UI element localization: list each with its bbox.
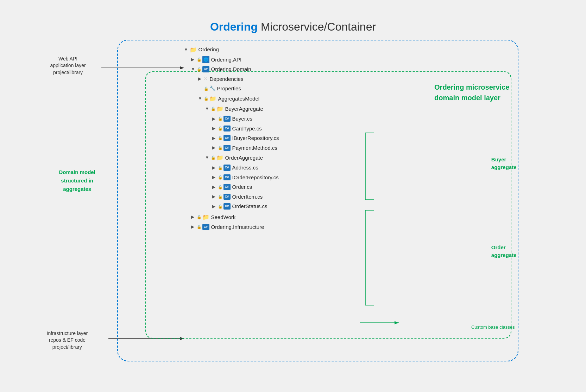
cs-icon: C# [223,135,231,141]
lock-icon: 🔒 [218,144,223,151]
tree-item-cardtype-cs: ▶ 🔒 C# CardType.cs [184,124,279,133]
cs-icon: C# [223,203,231,209]
item-label: BuyerAggregate [225,104,263,114]
expand-arrow: ▶ [212,184,216,191]
item-label: OrderAggregate [225,153,263,162]
tree-item-ordering-api: ▶ 🔒 🌐 Ordering.API [184,55,279,64]
tree-item-iorder-repo: ▶ 🔒 C# IOrderRepository.cs [184,173,279,182]
cs-icon: C# [202,224,209,230]
lock-icon: 🔒 [218,203,223,210]
cs-icon: C# [202,66,209,72]
file-tree: ▼ 📁 Ordering ▶ 🔒 🌐 Ordering.API ▼ 🔒 C# O… [184,44,279,232]
tree-item-buyer-aggregate: ▼ 🔒 📁 BuyerAggregate [184,104,279,114]
expand-arrow: ▶ [191,213,195,220]
lock-icon: 🔒 [197,66,202,73]
item-label: Ordering [199,45,219,54]
item-label: Order.cs [232,182,252,192]
tree-item-order-cs: ▶ 🔒 C# Order.cs [184,182,279,192]
item-label: Ordering.API [211,55,242,64]
diagram-container: Ordering Microservice/Container [47,20,540,372]
folder-icon: 📁 [216,104,223,114]
expand-arrow: ▶ [212,203,216,210]
tree-item-dependencies: ▶ ⁙ Dependencies [184,75,279,84]
tree-item-ordering-domain: ▼ 🔒 C# Ordering.Domain [184,65,279,74]
cs-icon: C# [223,145,231,151]
main-title: Ordering Microservice/Container [210,20,376,33]
label-ordering-domain: Ordering microservice domain model layer [434,82,509,103]
lock-icon: 🔒 [204,85,209,92]
lock-icon: 🔒 [204,95,209,102]
label-infra: Infrastructure layer repos & EF code pro… [47,330,88,351]
expand-arrow: ▼ [205,154,209,161]
tree-item-buyer-cs: ▶ 🔒 C# Buyer.cs [184,114,279,123]
lock-icon: 🔒 [218,193,223,200]
tree-item-ordering: ▼ 📁 Ordering [184,45,279,54]
lock-icon: 🔒 [218,115,223,122]
folder-icon: 📁 [216,153,223,162]
lock-icon: 🔒 [211,105,216,112]
title-bold: Ordering [210,20,258,33]
expand-arrow: ▶ [212,125,216,132]
item-label: IBuyerRepository.cs [232,134,279,143]
title-normal: Microservice/Container [258,20,376,33]
item-label: IOrderRepository.cs [232,173,279,182]
item-label: AggregatesModel [218,94,260,103]
expand-arrow: ▶ [212,193,216,200]
folder-icon: 📁 [209,94,216,103]
wrench-icon: 🔧 [209,84,215,93]
expand-arrow: ▶ [212,135,216,142]
tree-item-payment-method: ▶ 🔒 C# PaymentMethod.cs [184,143,279,153]
cs-icon: C# [223,194,231,200]
expand-arrow: ▼ [191,66,195,73]
lock-icon: 🔒 [218,135,223,141]
tree-item-address-cs: ▶ 🔒 C# Address.cs [184,163,279,172]
globe-icon: 🌐 [202,56,209,63]
tree-item-ibuyer-repo: ▶ 🔒 C# IBuyerRepository.cs [184,134,279,143]
label-buyer-aggregate: Buyer aggregate [491,156,517,172]
item-label: Buyer.cs [232,114,253,123]
item-label: Dependencies [210,75,244,84]
cs-icon: C# [223,126,231,131]
folder-icon: 📁 [190,45,197,54]
item-label: CardType.cs [232,124,262,133]
item-label: Ordering.Domain [211,65,251,74]
cs-icon: C# [223,184,231,190]
label-order-aggregate: Order aggregate [491,244,517,259]
item-label: Address.cs [232,163,258,172]
lock-icon: 🔒 [197,56,202,63]
deps-icon: ⁙ [204,75,208,83]
expand-arrow [198,85,202,92]
lock-icon: 🔒 [197,214,202,220]
item-label: OrderItem.cs [232,192,263,201]
expand-arrow: ▼ [198,95,202,102]
tree-item-ordering-infrastructure: ▶ 🔒 C# Ordering.Infrastructure [184,223,279,232]
tree-item-orderstatus-cs: ▶ 🔒 C# OrderStatus.cs [184,202,279,211]
expand-arrow: ▶ [212,164,216,171]
lock-icon: 🔒 [197,224,202,230]
item-label: Properties [217,84,241,93]
label-custom-base: Custom base classes [471,324,515,330]
expand-arrow: ▶ [212,115,216,122]
tree-item-aggregates-model: ▼ 🔒 📁 AggregatesModel [184,94,279,103]
label-web-api: Web API application layer project/librar… [50,56,86,76]
expand-arrow: ▶ [212,174,216,181]
expand-arrow: ▶ [212,144,216,151]
cs-icon: C# [223,116,231,122]
lock-icon: 🔒 [218,125,223,132]
label-domain-model: Domain model structured in aggregates [59,168,95,193]
expand-arrow: ▶ [191,223,195,230]
item-label: OrderStatus.cs [232,202,267,211]
item-label: Ordering.Infrastructure [211,223,264,232]
lock-icon: 🔒 [218,184,223,191]
tree-item-seedwork: ▶ 🔒 📁 SeedWork [184,212,279,222]
lock-icon: 🔒 [218,165,223,171]
item-label: PaymentMethod.cs [232,143,277,153]
folder-icon: 📁 [202,212,209,222]
tree-item-orderitem-cs: ▶ 🔒 C# OrderItem.cs [184,192,279,201]
lock-icon: 🔒 [211,154,216,161]
expand-arrow: ▼ [184,46,188,53]
tree-item-order-aggregate: ▼ 🔒 📁 OrderAggregate [184,153,279,162]
lock-icon: 🔒 [218,174,223,181]
cs-icon: C# [223,165,231,171]
expand-arrow: ▼ [205,105,209,112]
